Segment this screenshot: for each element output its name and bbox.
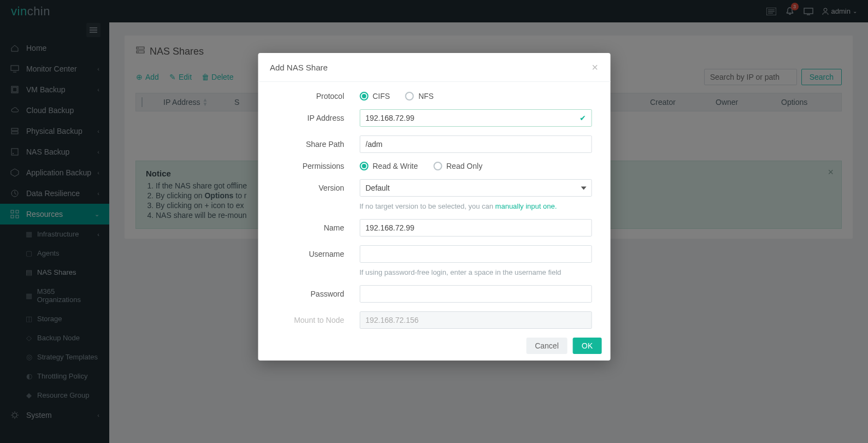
check-icon: ✔ <box>580 114 586 122</box>
radio-label: NFS <box>418 92 434 101</box>
row-ip: IP Address ✔ <box>276 109 592 127</box>
ok-button[interactable]: OK <box>573 338 601 354</box>
radio-cifs[interactable]: CIFS <box>359 92 390 101</box>
label-name: Name <box>276 223 359 232</box>
row-version-hint: If no target version to be selected, you… <box>276 199 592 210</box>
row-password: Password <box>276 285 592 303</box>
version-hint: If no target version to be selected, you… <box>359 202 592 210</box>
row-username-hint: If using password-free login, enter a sp… <box>276 265 592 276</box>
radio-label: CIFS <box>373 92 390 101</box>
name-input[interactable] <box>359 219 592 237</box>
version-select[interactable]: Default <box>359 179 592 197</box>
label-password: Password <box>276 290 359 298</box>
row-share-path: Share Path <box>276 135 592 153</box>
row-username: Username <box>276 245 592 263</box>
modal-add-nas-share: Add NAS Share × Protocol CIFS NFS IP Add… <box>258 53 610 361</box>
radio-label: Read & Write <box>373 162 418 170</box>
label-version: Version <box>276 184 359 192</box>
ip-address-input[interactable] <box>359 109 592 127</box>
label-username: Username <box>276 250 359 258</box>
cancel-button[interactable]: Cancel <box>526 338 568 354</box>
label-mount: Mount to Node <box>276 316 359 324</box>
label-protocol: Protocol <box>276 92 359 101</box>
radio-nfs[interactable]: NFS <box>405 92 434 101</box>
label-permissions: Permissions <box>276 162 359 170</box>
modal-header: Add NAS Share × <box>258 53 610 82</box>
mount-node-input <box>359 311 592 329</box>
radio-ro[interactable]: Read Only <box>433 162 482 170</box>
row-permissions: Permissions Read & Write Read Only <box>276 162 592 170</box>
password-input[interactable] <box>359 285 592 303</box>
label-ip: IP Address <box>276 114 359 122</box>
row-name: Name <box>276 219 592 237</box>
row-protocol: Protocol CIFS NFS <box>276 92 592 101</box>
modal-footer: Cancel OK <box>258 331 610 361</box>
row-version: Version Default <box>276 179 592 197</box>
username-input[interactable] <box>359 245 592 263</box>
manual-input-link[interactable]: manually input one. <box>495 202 557 210</box>
label-share-path: Share Path <box>276 140 359 149</box>
share-path-input[interactable] <box>359 135 592 153</box>
modal-body: Protocol CIFS NFS IP Address ✔ Share Pat… <box>258 82 610 331</box>
modal-title: Add NAS Share <box>270 63 328 72</box>
radio-rw[interactable]: Read & Write <box>359 162 418 170</box>
radio-label: Read Only <box>446 162 482 170</box>
close-icon[interactable]: × <box>592 62 598 73</box>
username-hint: If using password-free login, enter a sp… <box>359 268 592 276</box>
row-mount: Mount to Node <box>276 311 592 329</box>
